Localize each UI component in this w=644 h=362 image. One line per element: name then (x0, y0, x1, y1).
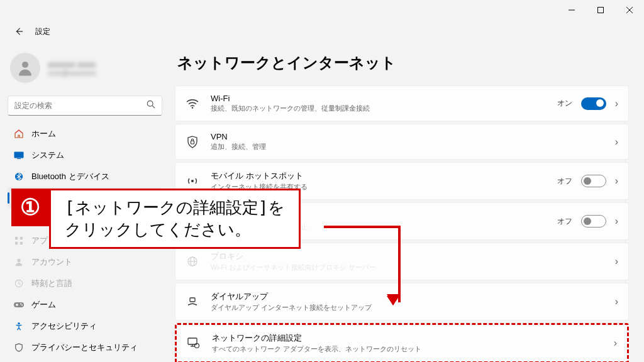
row-title: モバイル ホットスポット (211, 170, 557, 182)
row-title: ダイヤルアップ (211, 291, 615, 302)
callout-box: [ネットワークの詳細設定]を クリックしてください。 (49, 189, 301, 249)
row-wifi[interactable]: Wi-Fi 接続、既知のネットワークの管理、従量制課金接続 オン › (175, 85, 629, 121)
dialup-icon (186, 295, 199, 309)
search-box[interactable] (8, 96, 162, 116)
sidebar-item-accounts[interactable]: アカウント (8, 251, 162, 273)
row-desc: Wi-Fi およびイーサネット接続向けプロキシ サーバー (211, 263, 615, 272)
window-titlebar (0, 0, 644, 20)
airplane-state: オフ (557, 216, 572, 227)
sidebar-item-label: システム (31, 150, 64, 161)
wifi-toggle[interactable] (581, 97, 606, 110)
svg-point-21 (18, 322, 20, 325)
app-title: 設定 (35, 26, 50, 37)
user-block[interactable]: xxxxxx xxxx xxxx@xxxxxxxx (8, 48, 162, 93)
sidebar-item-system[interactable]: システム (8, 145, 162, 166)
svg-point-6 (147, 101, 153, 106)
hotspot-state: オフ (557, 176, 572, 187)
header: 設定 (0, 20, 644, 43)
svg-point-16 (17, 259, 20, 262)
sidebar-item-time[interactable]: 時刻と言語 (8, 273, 162, 294)
sidebar-item-game[interactable]: ゲーム (8, 294, 162, 315)
close-button[interactable] (615, 0, 644, 20)
chevron-right-icon: › (614, 337, 617, 349)
search-input[interactable] (14, 101, 147, 110)
accounts-icon (14, 257, 24, 267)
hotspot-icon (186, 174, 199, 188)
search-icon (147, 100, 155, 111)
row-advanced-network[interactable]: ネットワークの詳細設定 すべてのネットワーク アダプターを表示、ネットワークのリ… (175, 323, 629, 362)
sidebar-item-label: アクセシビリティ (31, 321, 97, 332)
sidebar-item-home[interactable]: ホーム (8, 123, 162, 145)
svg-rect-28 (190, 298, 195, 302)
hotspot-toggle[interactable] (581, 175, 606, 187)
sidebar-item-label: Bluetooth とデバイス (31, 171, 109, 182)
sidebar-item-bluetooth[interactable]: Bluetooth とデバイス (8, 166, 162, 187)
sidebar-item-privacy[interactable]: プライバシーとセキュリティ (8, 337, 162, 358)
chevron-right-icon: › (615, 175, 618, 187)
row-title: VPN (211, 132, 615, 141)
sidebar-item-label: ホーム (31, 128, 56, 140)
system-icon (14, 150, 24, 160)
time-icon (14, 278, 24, 288)
svg-point-19 (20, 304, 21, 305)
chevron-right-icon: › (615, 256, 618, 267)
game-icon (14, 300, 24, 310)
svg-rect-1 (598, 8, 604, 13)
callout-text: [ネットワークの詳細設定]を クリックしてください。 (65, 197, 285, 241)
chevron-right-icon: › (615, 296, 618, 307)
svg-point-22 (192, 107, 193, 108)
svg-line-7 (152, 106, 155, 108)
row-desc: 追加、接続、管理 (211, 142, 615, 151)
proxy-icon (186, 255, 199, 268)
svg-rect-8 (14, 152, 24, 158)
callout-badge: ① (11, 189, 49, 226)
user-email: xxxx@xxxxxxxx (48, 69, 96, 77)
maximize-button[interactable] (586, 0, 615, 20)
back-button[interactable] (10, 23, 28, 40)
row-desc: すべてのネットワーク アダプターを表示、ネットワークのリセット (212, 344, 614, 354)
row-vpn[interactable]: VPN 追加、接続、管理 › (175, 124, 629, 160)
row-dialup[interactable]: ダイヤルアップ ダイヤルアップ インターネット接続をセットアップ › (175, 283, 629, 321)
monitor-settings-icon (187, 336, 201, 350)
row-desc: 接続、既知のネットワークの管理、従量制課金接続 (211, 104, 557, 113)
vpn-icon (186, 135, 199, 149)
svg-point-24 (191, 180, 194, 182)
svg-rect-23 (191, 141, 194, 144)
row-title: Wi-Fi (211, 94, 557, 103)
minimize-button[interactable] (557, 0, 586, 20)
avatar (10, 53, 40, 83)
svg-point-30 (196, 304, 197, 305)
sidebar-item-accessibility[interactable]: アクセシビリティ (8, 315, 162, 337)
row-desc: ダイヤルアップ インターネット接続をセットアップ (211, 303, 615, 312)
wifi-state: オン (557, 98, 572, 109)
user-info: xxxxxx xxxx xxxx@xxxxxxxx (48, 60, 96, 77)
sidebar-item-label: 時刻と言語 (31, 278, 72, 289)
home-icon (14, 129, 24, 139)
sidebar-item-label: アカウント (31, 256, 72, 268)
user-name: xxxxxx xxxx (48, 60, 96, 69)
svg-rect-9 (17, 158, 21, 159)
bluetooth-icon (14, 172, 24, 182)
chevron-right-icon: › (615, 98, 618, 109)
wifi-icon (186, 97, 199, 111)
page-title: ネットワークとインターネット (177, 53, 629, 73)
shield-icon (14, 343, 24, 353)
sidebar-item-update[interactable]: Windows Update (8, 358, 162, 362)
svg-point-29 (188, 304, 189, 305)
row-title: プロキシ (211, 251, 615, 262)
instruction-callout: ① [ネットワークの詳細設定]を クリックしてください。 (11, 189, 301, 249)
chevron-right-icon: › (615, 216, 618, 227)
chevron-right-icon: › (615, 136, 618, 148)
sidebar-item-label: ゲーム (31, 299, 56, 310)
sidebar-item-label: プライバシーとセキュリティ (31, 342, 138, 353)
svg-point-5 (22, 62, 28, 68)
airplane-toggle[interactable] (581, 215, 606, 228)
accessibility-icon (14, 321, 24, 331)
svg-point-20 (21, 305, 23, 306)
row-title: ネットワークの詳細設定 (212, 332, 614, 344)
